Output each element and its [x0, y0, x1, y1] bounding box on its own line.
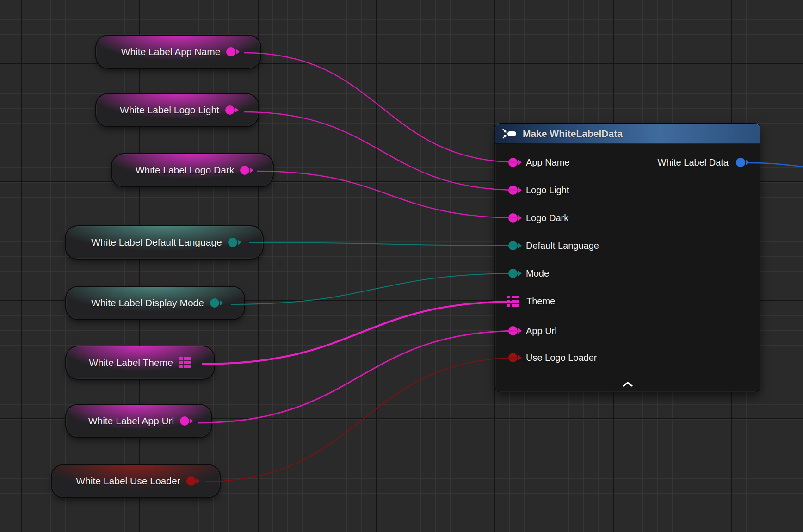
- pin-label: Logo Dark: [526, 213, 568, 223]
- output-pin-enum[interactable]: [228, 238, 237, 247]
- getter-node-label: White Label App Name: [121, 46, 221, 57]
- blueprint-graph-canvas[interactable]: White Label App Name White Label Logo Li…: [0, 0, 803, 532]
- wire-app-name[interactable]: [244, 53, 520, 162]
- pin-label: Mode: [526, 268, 549, 279]
- output-pin-bool[interactable]: [186, 476, 196, 486]
- output-pin-string[interactable]: [240, 166, 249, 175]
- output-pin-string[interactable]: [180, 416, 189, 426]
- getter-node-white-label-theme[interactable]: White Label Theme: [66, 346, 214, 379]
- wire-display-mode[interactable]: [231, 273, 520, 304]
- pin-arrow-icon: [235, 107, 239, 113]
- getter-node-label: White Label App Url: [88, 415, 174, 427]
- getter-node-white-label-logo-dark[interactable]: White Label Logo Dark: [112, 154, 273, 186]
- getter-node-white-label-logo-light[interactable]: White Label Logo Light: [96, 94, 258, 126]
- pin-arrow-icon: [196, 478, 200, 484]
- node-header[interactable]: Make WhiteLabelData: [495, 124, 760, 144]
- output-pin-icon[interactable]: [736, 158, 745, 167]
- make-whitelabeldata-node[interactable]: Make WhiteLabelData App Name Logo Light …: [495, 124, 760, 392]
- node-title: Make WhiteLabelData: [523, 128, 623, 139]
- pin-arrow-icon: [238, 240, 241, 245]
- pin-label: App Name: [526, 157, 570, 168]
- getter-node-white-label-app-name[interactable]: White Label App Name: [96, 36, 260, 68]
- output-pin-string[interactable]: [225, 105, 235, 115]
- getter-node-label: White Label Use Loader: [76, 476, 180, 487]
- pin-dot-icon: [210, 298, 219, 308]
- make-struct-icon: [502, 128, 518, 140]
- pin-label: Use Logo Loader: [526, 353, 597, 363]
- getter-node-white-label-display-mode[interactable]: White Label Display Mode: [66, 287, 244, 319]
- input-pin-row-use-logo-loader[interactable]: Use Logo Loader: [508, 352, 597, 363]
- wire-default-language[interactable]: [249, 242, 520, 246]
- getter-node-label: White Label Theme: [89, 357, 173, 368]
- pin-label: Logo Light: [526, 185, 569, 196]
- pin-dot-icon: [180, 416, 189, 426]
- pin-dot-icon: [226, 47, 235, 56]
- pin-arrow-icon: [236, 49, 240, 55]
- pin-dot-icon: [186, 476, 196, 486]
- getter-node-label: White Label Logo Dark: [136, 165, 235, 176]
- pin-arrow-icon: [190, 418, 193, 424]
- output-pin-enum[interactable]: [210, 298, 219, 308]
- collapse-node-button[interactable]: [620, 380, 636, 388]
- struct-pin-icon[interactable]: [179, 357, 191, 368]
- pin-dot-icon: [225, 105, 235, 115]
- wire-app-url[interactable]: [198, 331, 520, 423]
- output-pin-string[interactable]: [226, 47, 235, 56]
- input-pin-row-default-language[interactable]: Default Language: [508, 240, 599, 251]
- wire-use-loader[interactable]: [205, 358, 520, 482]
- pin-dot-icon: [228, 238, 237, 247]
- getter-node-white-label-default-language[interactable]: White Label Default Language: [66, 226, 263, 259]
- getter-node-white-label-app-url[interactable]: White Label App Url: [66, 405, 211, 437]
- getter-node-white-label-use-loader[interactable]: White Label Use Loader: [52, 465, 220, 497]
- pin-arrow-icon: [220, 300, 223, 306]
- pin-arrow-icon: [250, 167, 253, 173]
- pin-dot-icon: [736, 158, 745, 167]
- output-pin-row-white-label-data[interactable]: White Label Data: [658, 157, 746, 168]
- getter-node-label: White Label Default Language: [91, 237, 222, 248]
- getter-node-label: White Label Display Mode: [91, 297, 204, 309]
- wire-logo-dark[interactable]: [257, 171, 520, 218]
- pin-label: Default Language: [526, 241, 599, 251]
- wire-theme[interactable]: [202, 302, 517, 364]
- pin-label: Theme: [526, 296, 555, 307]
- getter-node-label: White Label Logo Light: [120, 105, 219, 116]
- wire-logo-light[interactable]: [244, 112, 520, 190]
- pin-label: App Url: [526, 326, 557, 336]
- chevron-up-icon: [623, 382, 633, 387]
- pin-dot-icon: [240, 166, 249, 175]
- pin-label: White Label Data: [658, 157, 729, 168]
